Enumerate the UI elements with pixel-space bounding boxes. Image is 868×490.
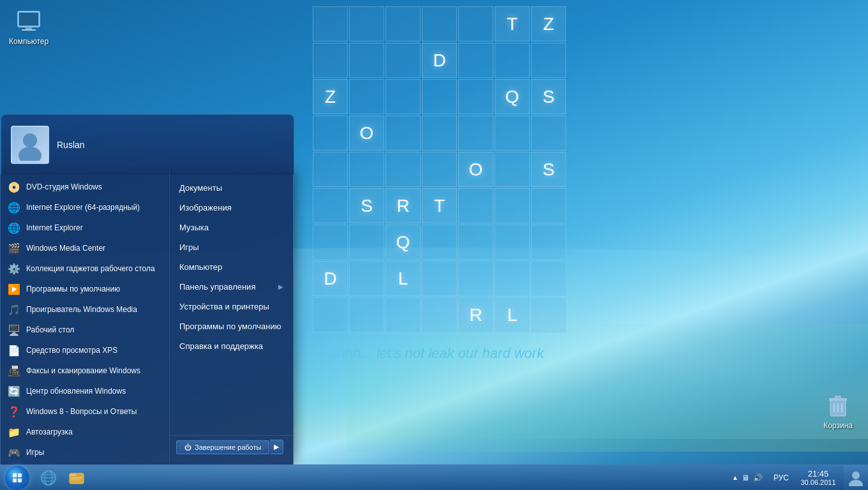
right-item-label: Игры	[179, 242, 199, 252]
puzzle-cell: T	[495, 6, 530, 41]
puzzle-cell	[422, 225, 457, 260]
right-menu-item[interactable]: Панель управления ▶	[170, 277, 293, 297]
program-item[interactable]: 📠 Факсы и сканирование Windows	[1, 360, 169, 381]
puzzle-cell	[349, 79, 384, 114]
right-menu-item[interactable]: Музыка	[170, 218, 293, 237]
puzzle-cell: S	[531, 152, 566, 187]
program-icon: 📠	[7, 364, 21, 378]
program-item[interactable]: 🖥️ Рабочий стол	[1, 320, 169, 340]
program-label: Коллекция гаджетов рабочего стола	[26, 264, 155, 273]
puzzle-cell	[313, 115, 348, 151]
shutdown-arrow-button[interactable]: ▶	[270, 440, 283, 454]
svg-rect-3	[22, 29, 36, 31]
puzzle-cell	[313, 152, 348, 187]
programs-list: 📀 DVD-студия Windows 🌐 Internet Explorer…	[1, 177, 169, 490]
puzzle-cell	[422, 6, 457, 41]
shutdown-bar: ⏻ Завершение работы ▶	[170, 435, 293, 458]
program-icon: 🎮	[7, 445, 21, 459]
program-label: Средство просмотра XPS	[26, 346, 117, 355]
puzzle-cell	[349, 225, 384, 260]
program-icon: 🎬	[7, 241, 21, 255]
desktop: Компьютер Корзина T Z	[0, 0, 868, 490]
taskbar-ie-button[interactable]	[34, 465, 63, 491]
right-menu-item[interactable]: Компьютер	[170, 257, 293, 277]
puzzle-cell	[385, 115, 421, 151]
puzzle-cell	[349, 152, 384, 187]
program-item[interactable]: 🔄 Центр обновления Windows	[1, 381, 169, 401]
puzzle-cell	[422, 297, 457, 332]
program-item[interactable]: ⚙️ Коллекция гаджетов рабочего стола	[1, 258, 169, 279]
puzzle-cell	[349, 297, 384, 332]
svg-point-21	[852, 471, 860, 479]
program-item[interactable]: ❓ Windows 8 - Вопросы и Ответы	[1, 401, 169, 422]
shutdown-button[interactable]: ⏻ Завершение работы	[176, 440, 269, 454]
puzzle-cell	[385, 152, 421, 187]
program-label: Проигрыватель Windows Media	[26, 305, 137, 314]
start-button[interactable]	[0, 465, 34, 491]
puzzle-cell	[458, 6, 493, 41]
puzzle-cell	[349, 261, 384, 296]
puzzle-cell	[495, 225, 530, 260]
right-menu-item[interactable]: Документы	[170, 178, 293, 198]
puzzle-subtitle: shhh... let's not leak our hard work	[313, 345, 562, 362]
program-item[interactable]: 🌐 Internet Explorer	[1, 218, 169, 238]
lang-label: РУС	[774, 473, 789, 482]
program-icon: 📁	[7, 425, 21, 439]
program-icon: ❓	[7, 405, 21, 419]
right-item-label: Документы	[179, 183, 222, 193]
program-item[interactable]: 📀 DVD-студия Windows	[1, 177, 169, 197]
program-item[interactable]: 📁 Автозагрузка	[1, 422, 169, 442]
right-menu-item[interactable]: Изображения	[170, 198, 293, 218]
puzzle-cell	[385, 43, 421, 78]
puzzle-cell	[531, 43, 566, 78]
puzzle-cell	[458, 261, 493, 296]
right-menu-item[interactable]: Устройства и принтеры	[170, 297, 293, 316]
program-icon: 📀	[7, 180, 21, 194]
puzzle-cell	[458, 115, 493, 151]
puzzle-cell	[531, 225, 566, 260]
clock[interactable]: 21:45 30.06.2011	[793, 465, 844, 490]
right-menu-item[interactable]: Программы по умолчанию	[170, 316, 293, 336]
puzzle-cell: Q	[385, 225, 421, 260]
program-item[interactable]: 🎬 Windows Media Center	[1, 238, 169, 258]
puzzle-cell	[495, 152, 530, 187]
puzzle-cell	[495, 43, 530, 78]
right-menu-item[interactable]: Игры	[170, 237, 293, 257]
program-item[interactable]: 🎮 Игры	[1, 442, 169, 463]
program-icon: 🎵	[7, 302, 21, 316]
puzzle-cell: T	[422, 188, 457, 223]
tray-network-icon[interactable]: 🖥	[740, 473, 751, 482]
language-indicator[interactable]: РУС	[770, 473, 793, 482]
program-item[interactable]: ▶️ Программы по умолчанию	[1, 279, 169, 299]
puzzle-cell	[422, 152, 457, 187]
start-menu: Ruslan 📀 DVD-студия Windows 🌐 Internet E…	[0, 171, 294, 464]
tray-expand-button[interactable]: ▲	[731, 474, 740, 481]
svg-rect-19	[71, 477, 82, 479]
svg-point-10	[23, 133, 37, 147]
start-menu-right-panel: Документы Изображения Музыка Игры Компью…	[170, 172, 293, 464]
program-item[interactable]: 📄 Средство просмотра XPS	[1, 340, 169, 360]
svg-rect-18	[70, 473, 76, 476]
puzzle-cell: L	[385, 261, 421, 296]
program-item[interactable]: 🌐 Internet Explorer (64-разрядный)	[1, 197, 169, 218]
right-menu-item[interactable]: Справка и поддержка	[170, 336, 293, 356]
program-item[interactable]: 🎵 Проигрыватель Windows Media	[1, 299, 169, 320]
puzzle-cell	[531, 297, 566, 332]
puzzle-cell	[385, 79, 421, 114]
puzzle-cell: Q	[495, 79, 530, 114]
right-item-label: Музыка	[179, 223, 209, 232]
program-label: Программы по умолчанию	[26, 285, 120, 293]
puzzle-cell: O	[349, 115, 384, 151]
right-item-label: Панель управления	[179, 282, 255, 292]
taskbar-explorer-button[interactable]	[63, 465, 91, 491]
puzzle-cell	[495, 188, 530, 223]
desktop-icon-computer[interactable]: Компьютер	[6, 6, 51, 48]
username: Ruslan	[57, 140, 85, 150]
puzzle-cell	[313, 6, 348, 41]
tray-volume-icon[interactable]: 🔊	[751, 473, 765, 482]
puzzle-cell	[495, 115, 530, 151]
desktop-icon-trash[interactable]: Корзина	[821, 390, 855, 433]
svg-rect-6	[835, 396, 841, 399]
user-icon-tray[interactable]	[844, 465, 868, 491]
program-icon: ⚙️	[7, 262, 21, 276]
